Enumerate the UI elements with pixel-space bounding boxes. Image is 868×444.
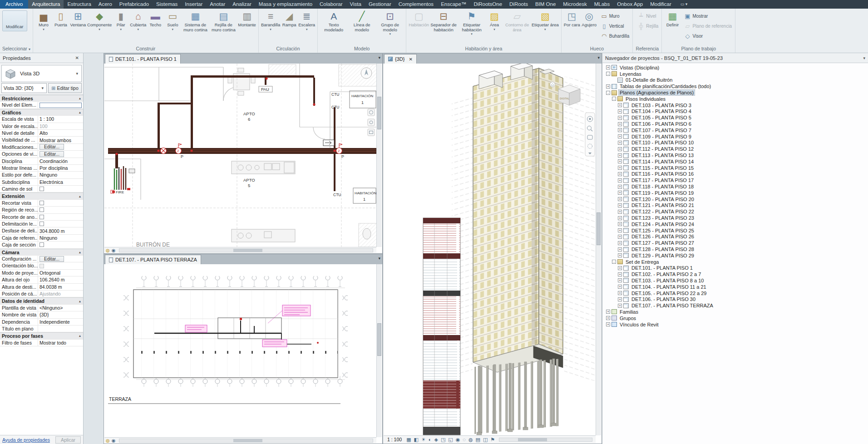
ribbon-button[interactable]: ⚑ Etiquetar habitación ▾ (458, 10, 485, 36)
view-control-icon[interactable]: ◌ (462, 437, 466, 443)
tree-item[interactable]: + DET.118 - PLANTA PISO 18 (604, 183, 868, 190)
tree-expander-icon[interactable]: + (618, 116, 622, 120)
close-icon[interactable]: ✕ (409, 57, 412, 62)
property-checkbox[interactable] (39, 187, 44, 191)
property-value[interactable]: Mostrar todo Mostrar todo (38, 340, 83, 346)
menu-tab[interactable]: Archivo (0, 0, 28, 9)
tree-item[interactable]: + DET.113 - PLANTA PISO 13 (604, 152, 868, 158)
menu-tab[interactable]: DiRoots (506, 0, 532, 9)
menu-tab[interactable]: DiRootsOne (470, 0, 506, 9)
ribbon-button[interactable]: ◎ Agujero ▾ (581, 10, 597, 28)
tree-expander-icon[interactable]: + (618, 228, 622, 232)
tree-expander-icon[interactable]: + (618, 191, 622, 195)
menu-tab[interactable]: Vista (346, 0, 365, 9)
view-control-icon[interactable]: ◍ (106, 248, 110, 253)
tree-item[interactable]: + DET.120 - PLANTA PISO 20 (604, 196, 868, 202)
tree-item[interactable]: + DET.125 - PLANTA PISO 25 (604, 227, 868, 234)
tree-item[interactable]: + DET.117 - PLANTA PISO 17 (604, 177, 868, 183)
drawing-canvas-plan2[interactable]: TERRAZA (104, 264, 376, 437)
vertical-scrollbar[interactable] (376, 264, 382, 437)
property-value[interactable] (38, 221, 83, 227)
edit-button[interactable]: Editar... (39, 151, 64, 157)
tree-expander-icon[interactable]: + (618, 247, 622, 252)
property-value[interactable]: Electrónica Electrónica (38, 179, 83, 185)
property-checkbox[interactable] (39, 264, 44, 268)
edit-type-button[interactable]: ⊞ Editar tipo (48, 83, 82, 93)
property-value[interactable]: Ajustando Ajustando (38, 291, 83, 297)
tree-expander-icon[interactable]: + (618, 128, 622, 132)
view-control-icon[interactable]: ◍ (468, 437, 473, 443)
tree-item[interactable]: - Leyendas (604, 71, 868, 77)
view-control-icon[interactable]: ▦ (406, 437, 411, 443)
ribbon-button[interactable]: ⊞ Ventana ▾ (70, 10, 86, 28)
ribbon-button[interactable]: ▦ Sistema de muro cortina ▾ (182, 10, 209, 32)
property-value[interactable]: Alto Alto (38, 130, 83, 136)
tree-item[interactable]: + DET.123 - PLANTA PISO 23 (604, 215, 868, 221)
tree-item[interactable]: + DET.103 - PLANTA PISO 3 (604, 102, 868, 109)
tree-item[interactable]: + DET.102. - PLANTA PISO 2 a 7 (604, 271, 868, 277)
horizontal-scrollbar[interactable] (119, 248, 373, 252)
property-value[interactable] (38, 186, 83, 192)
horizontal-scrollbar[interactable] (499, 438, 592, 442)
tree-expander-icon[interactable]: + (618, 172, 622, 176)
ribbon-button[interactable]: ◳ Por cara ▾ (564, 10, 580, 28)
property-value[interactable]: Por disciplina Por disciplina (38, 165, 83, 171)
tree-item[interactable]: + DET.107. - PLANTA PISO TERRAZA (604, 302, 868, 309)
tree-item[interactable]: + DET.119 - PLANTA PISO 19 (604, 190, 868, 196)
select-group-label[interactable]: Seleccionar▾ (0, 44, 33, 53)
tree-item[interactable]: + DET.107 - PLANTA PISO 7 (604, 127, 868, 133)
menu-tab[interactable]: Colaborar (316, 0, 346, 9)
tree-expander-icon[interactable]: + (618, 178, 622, 183)
menu-tab[interactable]: Prefabricado (116, 0, 153, 9)
tree-item[interactable]: + DET.121 - PLANTA PISO 21 (604, 202, 868, 209)
tree-expander-icon[interactable]: + (618, 185, 622, 189)
tree-expander-icon[interactable]: + (618, 166, 622, 170)
tree-item[interactable]: + DET.105 - PLANTA PISO 5 (604, 114, 868, 121)
property-checkbox[interactable] (39, 207, 44, 212)
tree-item[interactable]: + Tablas de planificación/Cantidades (to… (604, 83, 868, 89)
property-checkbox[interactable] (39, 222, 44, 226)
tree-item[interactable]: + DET.106 - PLANTA PISO 6 (604, 121, 868, 127)
property-input[interactable] (39, 103, 82, 108)
tree-expander-icon[interactable]: + (606, 322, 610, 326)
menu-tab[interactable]: Microdesk (559, 0, 590, 9)
tree-item[interactable]: + DET.106. - PLANTA PISO 30 (604, 296, 868, 302)
apply-button[interactable]: Aplicar (55, 436, 81, 444)
ribbon-small-button[interactable]: ▭ Muro (599, 11, 631, 21)
tree-item[interactable]: + DET.104 - PLANTA PISO 4 (604, 109, 868, 115)
menu-tab[interactable]: Analizar (229, 0, 255, 9)
edit-button[interactable]: Editar... (39, 256, 64, 262)
tree-expander-icon[interactable]: + (606, 65, 610, 69)
ribbon-button[interactable]: ▨ Área ▾ (486, 10, 503, 31)
property-value[interactable] (38, 326, 83, 332)
tree-expander-icon[interactable]: + (606, 84, 610, 89)
property-checkbox[interactable] (39, 201, 44, 205)
drawing-canvas-plan1[interactable]: 2 2 P P PAU CTU CTU CTU HABITACIÓN 1 HAB… (104, 64, 376, 247)
ribbon-button[interactable]: ▬ Techo ▾ (147, 10, 163, 28)
tree-expander-icon[interactable]: + (618, 147, 622, 151)
navigation-bar[interactable] (585, 113, 595, 156)
view-control-icon[interactable]: ◳ (440, 437, 446, 443)
view-control-icon[interactable]: ◉ (112, 248, 116, 253)
menu-tab[interactable]: Gestionar (365, 0, 395, 9)
edit-button[interactable]: Editar... (39, 144, 64, 150)
tree-item[interactable]: 01-Detalle de Buitrón (604, 77, 868, 84)
view-selector-dropdown[interactable]: Vista 3D: {3D} ▾ (1, 83, 47, 93)
tree-item[interactable]: + DET.129 - PLANTA PISO 29 (604, 252, 868, 259)
property-value[interactable]: Independiente Independiente (38, 319, 83, 325)
tree-expander-icon[interactable]: + (618, 134, 622, 138)
ribbon-button[interactable]: ▦ Definir ▾ (664, 10, 681, 28)
collapse-caret-icon[interactable]: ▴ (79, 334, 83, 338)
tree-expander-icon[interactable]: + (618, 122, 622, 126)
ribbon-toggle-icon[interactable]: ▭ ▾ (678, 0, 690, 9)
tree-item[interactable]: + DET.116 - PLANTA PISO 16 (604, 171, 868, 178)
ribbon-small-button[interactable]: ◇ Visor (682, 31, 733, 41)
ribbon-small-button[interactable]: ▱ Plano de referencia (682, 21, 733, 31)
property-value[interactable] (38, 262, 83, 269)
menu-tab[interactable]: BIM One (532, 0, 559, 9)
chevron-down-icon[interactable]: ▾ (597, 55, 600, 60)
property-value[interactable]: Editar... Editar... (38, 151, 83, 157)
view-control-icon[interactable]: ◍ (106, 438, 110, 443)
menu-tab[interactable]: Arquitectura (28, 0, 64, 9)
view-tab-det101[interactable]: DET.101. - PLANTA PISO 1 (105, 54, 181, 64)
